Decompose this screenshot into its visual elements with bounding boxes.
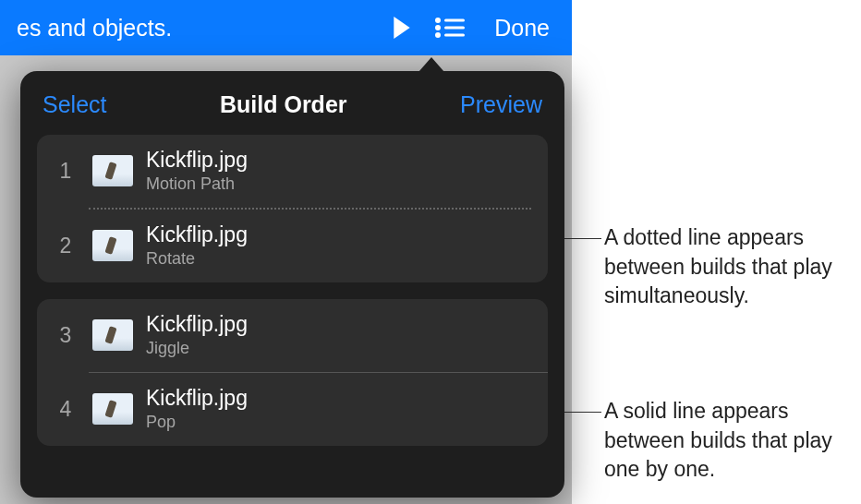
page-title: es and objects.	[17, 15, 172, 42]
select-button[interactable]: Select	[42, 91, 106, 118]
build-index: 3	[52, 323, 79, 348]
build-index: 2	[52, 234, 79, 258]
build-effect: Jiggle	[146, 338, 533, 359]
build-title: Kickflip.jpg	[146, 386, 533, 412]
build-title: Kickflip.jpg	[146, 148, 533, 174]
build-text: Kickflip.jpg Pop	[146, 386, 533, 433]
build-row[interactable]: 4 Kickflip.jpg Pop	[37, 373, 548, 446]
build-index: 4	[52, 397, 79, 422]
build-text: Kickflip.jpg Rotate	[146, 222, 533, 270]
build-text: Kickflip.jpg Jiggle	[146, 312, 533, 359]
thumbnail-icon	[92, 155, 133, 186]
build-group: 3 Kickflip.jpg Jiggle 4 Kickflip.jpg Pop	[37, 299, 548, 446]
done-button[interactable]: Done	[474, 15, 555, 42]
thumbnail-icon	[92, 319, 133, 351]
svg-point-2	[435, 25, 441, 30]
build-row[interactable]: 1 Kickflip.jpg Motion Path	[37, 135, 548, 208]
callout-text: A solid line appears between builds that…	[604, 397, 855, 485]
toolbar: es and objects. Done	[0, 0, 572, 55]
callout-text: A dotted line appears between builds tha…	[604, 223, 855, 311]
svg-rect-1	[444, 19, 465, 22]
build-title: Kickflip.jpg	[146, 312, 533, 338]
thumbnail-icon	[92, 393, 133, 425]
popover-arrow-icon	[418, 57, 444, 72]
svg-rect-3	[444, 27, 465, 30]
build-effect: Pop	[146, 412, 533, 433]
build-row[interactable]: 3 Kickflip.jpg Jiggle	[37, 299, 548, 372]
build-effect: Rotate	[146, 248, 533, 270]
thumbnail-icon	[92, 230, 133, 261]
build-row[interactable]: 2 Kickflip.jpg Rotate	[37, 210, 548, 282]
svg-point-0	[435, 18, 441, 23]
build-group: 1 Kickflip.jpg Motion Path 2 Kickflip.jp…	[37, 135, 548, 282]
preview-button[interactable]: Preview	[460, 91, 542, 118]
build-index: 1	[52, 159, 79, 184]
svg-rect-5	[444, 34, 465, 37]
popover-header: Select Build Order Preview	[20, 71, 564, 135]
build-effect: Motion Path	[146, 174, 533, 195]
popover-title: Build Order	[220, 91, 347, 118]
build-text: Kickflip.jpg Motion Path	[146, 148, 533, 195]
build-order-icon[interactable]	[426, 17, 474, 39]
svg-point-4	[435, 32, 441, 38]
build-title: Kickflip.jpg	[146, 222, 533, 248]
play-icon[interactable]	[378, 16, 426, 40]
build-order-popover: Select Build Order Preview 1 Kickflip.jp…	[20, 71, 564, 498]
